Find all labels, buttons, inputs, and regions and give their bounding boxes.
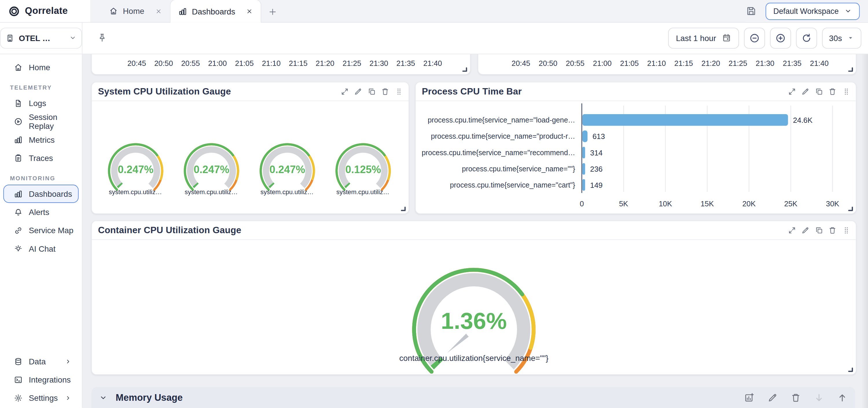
sidebar-item-data[interactable]: Data	[3, 352, 79, 370]
svg-text:process.cpu.time{service_name=: process.cpu.time{service_name="cart"}	[450, 181, 575, 189]
arrow-up-icon[interactable]	[837, 393, 847, 403]
sidebar-section-heading: MONITORING	[0, 167, 82, 184]
x-axis-tick: 20:55	[562, 59, 589, 68]
drag-handle-icon[interactable]	[842, 87, 850, 96]
tab-dashboards[interactable]: Dashboards	[170, 0, 261, 23]
sidebar-item-session-replay[interactable]: Session Replay	[3, 112, 79, 130]
sidebar-nav: HomeTELEMETRYLogsSession ReplayMetricsTr…	[0, 54, 82, 258]
resize-handle[interactable]	[847, 66, 854, 72]
building-icon	[5, 34, 14, 42]
panel-header: System CPU Utilization Gauge	[92, 82, 408, 101]
home-icon	[109, 7, 118, 15]
add-chart-icon[interactable]	[744, 393, 754, 403]
clipboard-icon	[14, 154, 23, 162]
new-tab-button[interactable]	[268, 7, 277, 17]
sidebar-item-label: Home	[29, 63, 50, 72]
refresh-button[interactable]	[796, 28, 817, 48]
close-icon[interactable]	[155, 7, 162, 15]
bulb-icon	[14, 244, 23, 253]
x-axis-tick: 21:15	[285, 59, 312, 68]
toolbar-right: Last 1 hour 30s	[668, 28, 861, 48]
sidebar-item-traces[interactable]: Traces	[3, 149, 79, 167]
tab-label: Home	[123, 7, 144, 15]
gauge-label: system.cpu.utiliz…	[97, 189, 173, 195]
svg-text:236: 236	[590, 165, 603, 173]
expand-icon[interactable]	[340, 87, 349, 96]
duplicate-icon[interactable]	[814, 226, 823, 235]
zoom-in-button[interactable]	[770, 28, 791, 48]
x-axis-tick: 21:15	[671, 59, 697, 68]
chevron-down-icon[interactable]	[99, 394, 107, 402]
memory-usage-header[interactable]: Memory Usage	[91, 387, 855, 408]
resize-handle[interactable]	[462, 66, 468, 72]
sidebar-item-home[interactable]: Home	[3, 58, 79, 76]
system-cpu-gauges: 0.247%system.cpu.utiliz…0.247%system.cpu…	[92, 101, 408, 195]
app-title: Qorrelate	[25, 5, 68, 16]
svg-text:15K: 15K	[701, 200, 714, 208]
x-axis-tick: 21:20	[312, 59, 339, 68]
x-axis-tick: 21:00	[204, 59, 231, 68]
sidebar: HomeTELEMETRYLogsSession ReplayMetricsTr…	[0, 54, 83, 408]
chevron-down-icon	[844, 7, 852, 15]
edit-icon[interactable]	[801, 87, 810, 96]
x-axis-tick: 21:35	[779, 59, 806, 68]
bar-chart-icon	[14, 135, 23, 144]
workspace-dropdown-button[interactable]: Default Workspace	[766, 3, 860, 20]
close-icon[interactable]	[246, 8, 253, 15]
sidebar-item-metrics[interactable]: Metrics	[3, 131, 79, 149]
zoom-out-button[interactable]	[744, 28, 765, 48]
edit-icon[interactable]	[767, 393, 778, 403]
chevron-right-icon	[65, 395, 71, 401]
duplicate-icon[interactable]	[814, 87, 823, 96]
svg-text:10K: 10K	[659, 200, 672, 208]
delete-icon[interactable]	[828, 226, 837, 235]
refresh-interval-dropdown[interactable]: 30s	[822, 28, 861, 48]
sidebar-item-label: Alerts	[29, 207, 49, 216]
resize-handle[interactable]	[400, 206, 406, 212]
sidebar-item-service-map[interactable]: Service Map	[3, 221, 79, 239]
tab-home[interactable]: Home	[101, 0, 170, 22]
x-axis-tick: 21:40	[806, 59, 833, 68]
home-icon	[14, 63, 23, 72]
time-range-button[interactable]: Last 1 hour	[668, 28, 739, 48]
drag-handle-icon[interactable]	[842, 226, 850, 235]
x-axis-tick: 20:50	[151, 59, 177, 68]
delete-icon[interactable]	[790, 393, 801, 403]
sidebar-item-ai-chat[interactable]: AI Chat	[3, 239, 79, 258]
delete-icon[interactable]	[381, 87, 390, 96]
panel-container-cpu-gauge: Container CPU Utilization Gauge 1.36%con…	[91, 220, 857, 375]
org-selector[interactable]: OTEL …	[0, 28, 82, 48]
svg-text:0.247%: 0.247%	[193, 164, 229, 175]
sidebar-item-integrations[interactable]: Integrations	[3, 370, 79, 388]
panel-actions	[787, 87, 850, 96]
duplicate-icon[interactable]	[367, 87, 376, 96]
x-axis-tick: 21:00	[589, 59, 616, 68]
refresh-icon	[801, 32, 812, 43]
sidebar-item-alerts[interactable]: Alerts	[3, 203, 79, 221]
edit-icon[interactable]	[354, 87, 363, 96]
gauge-label: system.cpu.utiliz…	[173, 189, 249, 195]
delete-icon[interactable]	[828, 87, 837, 96]
edit-icon[interactable]	[801, 226, 810, 235]
time-axis-right: 20:4520:5020:5521:0021:0521:1021:1521:20…	[478, 54, 856, 74]
x-axis-tick: 21:10	[258, 59, 285, 68]
svg-text:process.cpu.time{service_name=: process.cpu.time{service_name="load-gene…	[428, 116, 575, 124]
resize-handle[interactable]	[847, 366, 854, 372]
sidebar-item-dashboards[interactable]: Dashboards	[3, 184, 79, 203]
rings-logo-icon	[8, 5, 20, 17]
pin-icon[interactable]	[97, 33, 107, 43]
resize-handle[interactable]	[847, 206, 854, 212]
expand-icon[interactable]	[787, 87, 796, 96]
memory-usage-section: Memory Usage	[91, 387, 855, 408]
x-axis-tick: 21:20	[698, 59, 724, 68]
expand-icon[interactable]	[787, 226, 796, 235]
sidebar-item-logs[interactable]: Logs	[3, 94, 79, 112]
panel-time-chart-right: 20:4520:5020:5521:0021:0521:1021:1521:20…	[478, 54, 857, 75]
drag-handle-icon[interactable]	[394, 87, 403, 96]
panel-header: Container CPU Utilization Gauge	[92, 221, 856, 240]
sidebar-item-label: Settings	[29, 393, 58, 402]
scrollbar-gutter[interactable]	[861, 54, 868, 408]
gauge-label: system.cpu.utiliz…	[325, 189, 401, 195]
save-icon[interactable]	[746, 5, 756, 16]
sidebar-item-settings[interactable]: Settings	[3, 388, 79, 407]
